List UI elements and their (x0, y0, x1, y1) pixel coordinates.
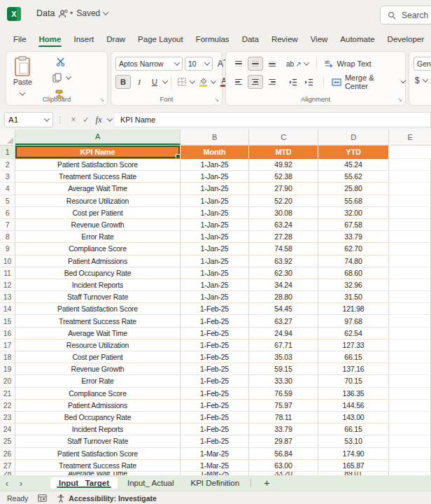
fill-handle[interactable] (176, 154, 181, 159)
font-name-select[interactable]: Aptos Narrow (115, 57, 183, 71)
data-cell[interactable]: 28.80 (249, 291, 318, 303)
data-cell[interactable]: 1-Feb-25 (181, 435, 249, 447)
data-cell[interactable]: 32.00 (318, 207, 389, 219)
row-number-4[interactable]: 4 (0, 183, 15, 195)
ribbon-tab-data[interactable]: Data (236, 31, 265, 49)
data-cell[interactable]: 54.45 (249, 303, 318, 315)
row-number-2[interactable]: 2 (0, 159, 15, 171)
data-cell[interactable]: Revenue Growth (15, 363, 181, 375)
data-cell[interactable]: 121.98 (318, 303, 389, 315)
data-cell[interactable]: 63.92 (249, 255, 318, 267)
empty-cell[interactable] (389, 159, 431, 171)
empty-cell[interactable] (389, 328, 431, 340)
column-header-d[interactable]: D (318, 130, 389, 145)
header-cell[interactable]: YTD (318, 146, 389, 159)
insert-function-icon[interactable]: fx (92, 115, 105, 125)
row-number-6[interactable]: 6 (0, 207, 15, 219)
empty-cell[interactable] (389, 195, 431, 207)
data-cell[interactable]: 31.50 (318, 291, 389, 303)
chevron-down-icon[interactable] (107, 115, 113, 121)
data-cell[interactable]: 49.92 (249, 159, 318, 171)
data-cell[interactable]: 32.96 (318, 279, 389, 291)
row-number-20[interactable]: 20 (0, 375, 15, 387)
data-cell[interactable]: 66.15 (318, 424, 389, 435)
data-cell[interactable]: 63.27 (249, 315, 318, 327)
data-cell[interactable]: 34.24 (249, 279, 318, 291)
data-cell[interactable]: Cost per Patient (15, 207, 181, 219)
data-cell[interactable]: 33.30 (249, 375, 318, 387)
data-cell[interactable]: 1-Feb-25 (181, 315, 249, 327)
copy-dropdown-icon[interactable] (66, 74, 71, 79)
data-cell[interactable]: 55.68 (318, 195, 389, 207)
header-cell[interactable]: MTD (249, 146, 318, 159)
empty-cell[interactable] (389, 219, 431, 231)
empty-cell[interactable] (389, 363, 431, 375)
row-number-17[interactable]: 17 (0, 340, 15, 351)
data-cell[interactable]: 1-Feb-25 (181, 400, 249, 412)
row-number-23[interactable]: 23 (0, 412, 15, 424)
row-number-25[interactable]: 25 (0, 435, 15, 447)
sheet-nav-left-icon[interactable]: ‹ (0, 478, 14, 489)
empty-cell[interactable] (389, 171, 431, 183)
data-cell[interactable]: 27.90 (249, 183, 318, 195)
empty-cell[interactable] (389, 267, 431, 279)
empty-cell[interactable] (389, 255, 431, 267)
row-number-21[interactable]: 21 (0, 388, 15, 400)
data-cell[interactable]: 33.79 (318, 231, 389, 243)
header-cell[interactable]: KPI Name (15, 146, 181, 159)
cancel-entry-icon[interactable]: × (67, 115, 80, 125)
row-number-3[interactable]: 3 (0, 171, 15, 183)
number-format-select[interactable]: General (414, 57, 431, 71)
empty-cell[interactable] (389, 448, 431, 460)
alignment-dialog-launcher-icon[interactable]: ↘ (397, 97, 402, 103)
ribbon-tab-page-layout[interactable]: Page Layout (132, 31, 190, 49)
data-cell[interactable]: Treatment Success Rate (15, 171, 181, 183)
column-header-c[interactable]: C (249, 130, 318, 145)
data-cell[interactable]: Incident Reports (15, 279, 181, 291)
underline-dropdown-icon[interactable] (162, 78, 168, 83)
data-cell[interactable]: 63.24 (249, 219, 318, 231)
ribbon-tab-developer[interactable]: Developer (381, 31, 430, 49)
data-cell[interactable]: 1-Jan-25 (181, 279, 249, 291)
ribbon-tab-draw[interactable]: Draw (100, 31, 132, 49)
italic-button[interactable]: I (132, 76, 146, 88)
empty-cell[interactable] (389, 146, 431, 159)
data-cell[interactable]: Incident Reports (15, 424, 181, 435)
empty-cell[interactable] (389, 375, 431, 387)
increase-indent-button[interactable] (302, 76, 316, 88)
data-cell[interactable]: 1-Feb-25 (181, 351, 249, 363)
row-number-15[interactable]: 15 (0, 315, 15, 327)
row-number-19[interactable]: 19 (0, 363, 15, 375)
row-number-27[interactable]: 27 (0, 460, 15, 472)
orientation-button[interactable]: ab ↗ (285, 57, 302, 70)
ribbon-tab-view[interactable]: View (304, 31, 334, 49)
add-sheet-button[interactable]: + (254, 477, 279, 489)
row-number-8[interactable]: 8 (0, 231, 15, 243)
data-cell[interactable]: 33.79 (249, 424, 318, 435)
accounting-format-button[interactable]: $ (415, 76, 428, 85)
data-cell[interactable]: 35.03 (249, 351, 318, 363)
data-cell[interactable]: 127.33 (318, 340, 389, 351)
data-cell[interactable]: Bed Occupancy Rate (15, 267, 181, 279)
data-cell[interactable]: 1-Jan-25 (181, 195, 249, 207)
data-cell[interactable]: 76.59 (249, 388, 318, 400)
data-cell[interactable]: 52.38 (249, 171, 318, 183)
data-cell[interactable]: 1-Mar-25 (181, 460, 249, 472)
row-number-14[interactable]: 14 (0, 303, 15, 315)
data-cell[interactable]: 1-Jan-25 (181, 231, 249, 243)
row-number-26[interactable]: 26 (0, 448, 15, 460)
data-cell[interactable]: 67.58 (318, 219, 389, 231)
data-cell[interactable]: 144.56 (318, 400, 389, 412)
data-cell[interactable]: 165.87 (318, 460, 389, 472)
data-cell[interactable]: 1-Feb-25 (181, 375, 249, 387)
align-bottom-button[interactable] (265, 57, 279, 70)
data-cell[interactable]: 75.97 (249, 400, 318, 412)
empty-cell[interactable] (389, 231, 431, 243)
data-cell[interactable]: 27.28 (249, 231, 318, 243)
row-number-16[interactable]: 16 (0, 328, 15, 340)
data-cell[interactable]: Error Rate (15, 231, 181, 243)
row-number-24[interactable]: 24 (0, 424, 15, 435)
data-cell[interactable]: 136.35 (318, 388, 389, 400)
empty-cell[interactable] (389, 460, 431, 472)
data-cell[interactable]: 67.71 (249, 340, 318, 351)
